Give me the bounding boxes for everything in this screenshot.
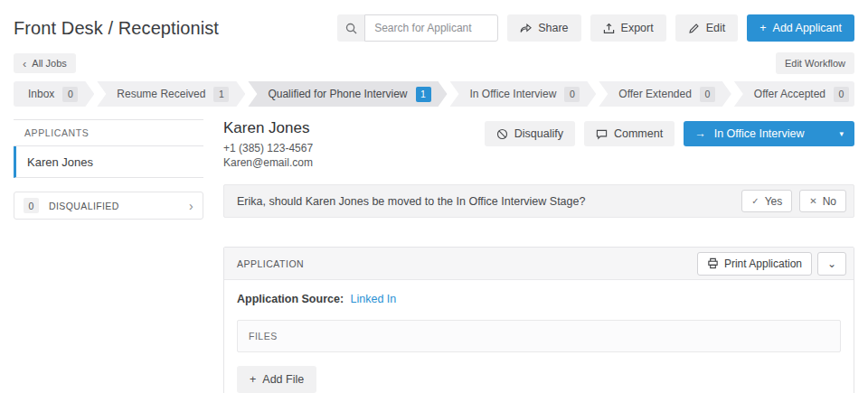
add-file-label: Add File (262, 373, 304, 386)
move-stage-button[interactable]: → In Office Interview ▾ (684, 121, 854, 146)
chevron-down-icon: ⌄ (827, 257, 836, 270)
stage-count-badge: 1 (213, 87, 229, 102)
plus-icon: + (760, 22, 766, 34)
applicant-actions: Disqualify Comment → In Office Interview… (485, 119, 854, 146)
applicants-header: APPLICANTS (14, 119, 203, 146)
add-applicant-label: Add Applicant (773, 22, 842, 34)
yes-button[interactable]: ✓ Yes (741, 190, 792, 212)
disqualify-button[interactable]: Disqualify (485, 121, 575, 146)
applicant-email: Karen@email.com (223, 155, 313, 170)
application-card: APPLICATION Print Application ⌄ (223, 247, 854, 393)
pipeline-stage[interactable]: Offer Accepted0 (734, 81, 854, 107)
stage-count-badge: 0 (700, 87, 715, 102)
page: Front Desk / Receptionist Share Export (0, 0, 868, 393)
check-icon: ✓ (751, 197, 759, 206)
edit-workflow-label: Edit Workflow (785, 58, 845, 69)
stage-label: Qualified for Phone Interview (268, 88, 407, 100)
pipeline: Inbox0Resume Received1Qualified for Phon… (14, 81, 854, 107)
move-stage-label: In Office Interview (714, 127, 805, 140)
stage-count-badge: 1 (416, 87, 431, 102)
disqualified-count-badge: 0 (24, 198, 39, 213)
all-jobs-label: All Jobs (32, 58, 67, 69)
comment-button[interactable]: Comment (584, 121, 675, 146)
main-panel: Karen Jones +1 (385) 123-4567 Karen@emai… (223, 119, 854, 393)
stage-label: Offer Extended (618, 88, 692, 100)
print-application-label: Print Application (724, 257, 802, 270)
comment-label: Comment (614, 127, 663, 140)
caret-down-icon: ▾ (839, 130, 844, 138)
export-label: Export (621, 22, 654, 34)
application-card-body: Application Source: Linked In FILES + Ad… (224, 280, 854, 393)
applicant-name: Karen Jones (223, 119, 313, 137)
application-header-actions: Print Application ⌄ (697, 252, 846, 276)
applicant-phone: +1 (385) 123-4567 (223, 141, 313, 155)
stage-label: Resume Received (117, 88, 205, 100)
content: APPLICANTS Karen Jones 0 DISQUALIFIED › … (14, 119, 854, 393)
disqualify-icon (496, 128, 508, 140)
search-icon[interactable] (337, 14, 364, 42)
edit-button[interactable]: Edit (675, 14, 739, 42)
edit-pencil-icon (688, 23, 700, 34)
share-icon (520, 23, 532, 34)
arrow-right-icon: → (694, 127, 706, 140)
disqualified-section[interactable]: 0 DISQUALIFIED › (14, 192, 203, 220)
stage-label: In Office Interview (470, 88, 557, 100)
disqualify-label: Disqualify (514, 127, 563, 140)
no-label: No (823, 195, 836, 208)
sidebar-item-applicant[interactable]: Karen Jones (14, 146, 203, 178)
files-section-header: FILES (237, 320, 841, 352)
stage-label: Inbox (28, 88, 54, 100)
close-icon: ✕ (809, 197, 816, 206)
printer-icon (707, 257, 719, 269)
header-actions: Share Export Edit + Add Applicant (337, 14, 854, 42)
edit-workflow-button[interactable]: Edit Workflow (776, 52, 854, 74)
share-button[interactable]: Share (507, 14, 580, 42)
add-file-button[interactable]: + Add File (237, 366, 316, 393)
pipeline-stage[interactable]: Qualified for Phone Interview1 (248, 81, 447, 107)
stage-count-badge: 0 (564, 87, 580, 102)
prompt-actions: ✓ Yes ✕ No (741, 190, 846, 212)
all-jobs-button[interactable]: ‹ All Jobs (14, 53, 76, 73)
share-label: Share (538, 22, 568, 34)
chevron-right-icon: › (189, 200, 193, 212)
page-title: Front Desk / Receptionist (14, 18, 219, 39)
chevron-left-icon: ‹ (23, 58, 26, 70)
search-input[interactable] (364, 14, 498, 42)
plus-icon: + (250, 373, 256, 386)
secondary-toolbar: ‹ All Jobs Edit Workflow (14, 52, 854, 74)
application-source-row: Application Source: Linked In (237, 293, 841, 305)
add-applicant-button[interactable]: + Add Applicant (747, 14, 854, 42)
collapse-section-button[interactable]: ⌄ (817, 252, 846, 276)
pipeline-stage[interactable]: Resume Received1 (97, 81, 245, 107)
print-application-button[interactable]: Print Application (697, 252, 812, 276)
export-icon (603, 23, 615, 34)
application-source-label: Application Source: (237, 293, 344, 305)
search-group (337, 14, 498, 42)
yes-label: Yes (765, 195, 783, 208)
no-button[interactable]: ✕ No (799, 190, 846, 212)
prompt-banner: Erika, should Karen Jones be moved to th… (223, 184, 854, 218)
applicants-sidebar: APPLICANTS Karen Jones 0 DISQUALIFIED › (14, 119, 203, 220)
stage-count-badge: 0 (62, 87, 78, 102)
applicant-header: Karen Jones +1 (385) 123-4567 Karen@emai… (223, 119, 854, 170)
applicant-info: Karen Jones +1 (385) 123-4567 Karen@emai… (223, 119, 313, 170)
export-button[interactable]: Export (590, 14, 666, 42)
pipeline-stage[interactable]: In Office Interview0 (450, 81, 597, 107)
comment-icon (596, 128, 608, 140)
applicant-list-name: Karen Jones (27, 155, 93, 169)
pipeline-stage[interactable]: Offer Extended0 (599, 81, 731, 107)
disqualified-label: DISQUALIFIED (49, 201, 119, 211)
application-title: APPLICATION (237, 258, 304, 269)
prompt-message: Erika, should Karen Jones be moved to th… (237, 195, 585, 208)
application-card-header: APPLICATION Print Application ⌄ (224, 248, 854, 280)
edit-label: Edit (706, 22, 726, 34)
pipeline-stage[interactable]: Inbox0 (14, 81, 94, 107)
stage-count-badge: 0 (834, 87, 849, 102)
stage-label: Offer Accepted (754, 88, 826, 100)
applicant-contact: +1 (385) 123-4567 Karen@email.com (223, 141, 313, 170)
page-header: Front Desk / Receptionist Share Export (14, 0, 854, 42)
application-source-link[interactable]: Linked In (351, 293, 397, 305)
